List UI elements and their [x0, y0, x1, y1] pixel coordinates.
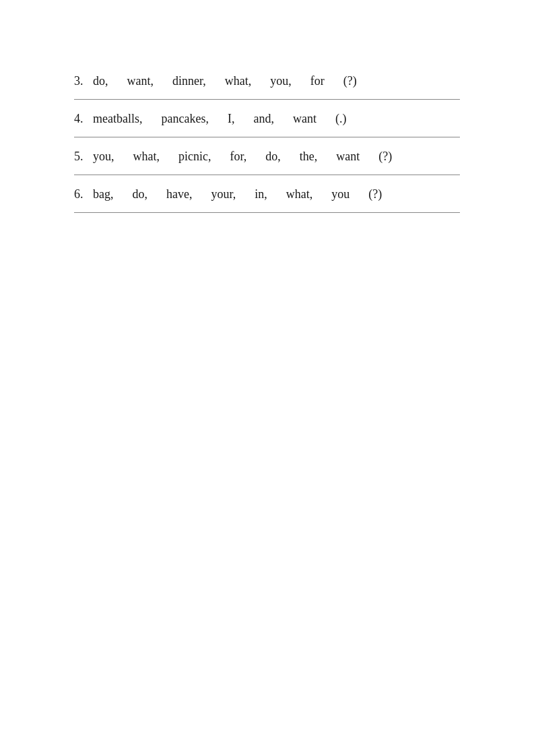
word: have,: [166, 187, 192, 201]
page: 3.do,want,dinner,what,you,for(?)4.meatba…: [0, 0, 534, 756]
exercise-row: 6.bag,do,have,your,in,what,you(?): [74, 187, 460, 201]
word-list: meatballs,pancakes,I,and,want(.): [93, 112, 346, 126]
word: for: [310, 74, 325, 88]
word: do,: [93, 74, 108, 88]
exercise-list: 3.do,want,dinner,what,you,for(?)4.meatba…: [74, 67, 460, 213]
word-list: do,want,dinner,what,you,for(?): [93, 74, 357, 88]
exercise-row: 3.do,want,dinner,what,you,for(?): [74, 74, 460, 88]
word: the,: [300, 150, 318, 164]
word: do,: [133, 187, 148, 201]
word: your,: [211, 187, 236, 201]
exercise-item: 6.bag,do,have,your,in,what,you(?): [74, 175, 460, 213]
word: (.): [335, 112, 347, 126]
word: dinner,: [172, 74, 206, 88]
word: (?): [368, 187, 382, 201]
word-list: bag,do,have,your,in,what,you(?): [93, 187, 382, 201]
exercise-row: 4.meatballs,pancakes,I,and,want(.): [74, 112, 460, 126]
exercise-row: 5.you,what,picnic,for,do,the,want(?): [74, 150, 460, 164]
word: what,: [133, 150, 160, 164]
word: I,: [228, 112, 235, 126]
word: what,: [225, 74, 252, 88]
item-number: 4.: [74, 112, 93, 126]
exercise-item: 3.do,want,dinner,what,you,for(?): [74, 67, 460, 100]
word: meatballs,: [93, 112, 142, 126]
item-number: 3.: [74, 74, 93, 88]
word-list: you,what,picnic,for,do,the,want(?): [93, 150, 392, 164]
item-number: 6.: [74, 187, 93, 201]
word: want: [336, 150, 360, 164]
exercise-item: 4.meatballs,pancakes,I,and,want(.): [74, 100, 460, 137]
word: what,: [286, 187, 313, 201]
word: and,: [253, 112, 274, 126]
word: for,: [230, 150, 246, 164]
word: (?): [378, 150, 392, 164]
word: want,: [127, 74, 154, 88]
item-number: 5.: [74, 150, 93, 164]
word: you,: [93, 150, 114, 164]
word: in,: [255, 187, 267, 201]
word: bag,: [93, 187, 114, 201]
word: picnic,: [178, 150, 211, 164]
word: you: [331, 187, 349, 201]
word: do,: [265, 150, 281, 164]
word: (?): [343, 74, 357, 88]
exercise-item: 5.you,what,picnic,for,do,the,want(?): [74, 137, 460, 175]
word: you,: [270, 74, 292, 88]
word: pancakes,: [161, 112, 208, 126]
word: want: [293, 112, 316, 126]
